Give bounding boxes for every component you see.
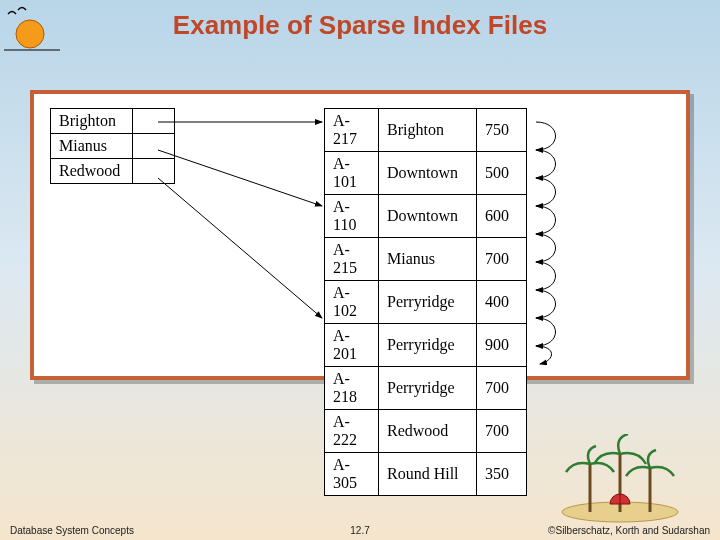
footer-right: ©Silberschatz, Korth and Sudarshan: [548, 525, 710, 536]
svg-point-5: [562, 502, 678, 522]
svg-line-3: [158, 150, 322, 206]
island-decoration: [550, 434, 690, 524]
slide-footer: Database System Concepts 12.7 ©Silbersch…: [0, 525, 720, 536]
record-amount: 700: [477, 410, 527, 453]
record-id: A-222: [325, 410, 379, 453]
diagram-frame: BrightonMianusRedwood A-217Brighton750A-…: [30, 90, 690, 380]
record-city: Round Hill: [379, 453, 477, 496]
data-row: A-222Redwood700: [325, 410, 527, 453]
data-row: A-305Round Hill350: [325, 453, 527, 496]
record-amount: 350: [477, 453, 527, 496]
record-id: A-305: [325, 453, 379, 496]
footer-mid: 12.7: [350, 525, 369, 536]
arrow-layer: [34, 94, 686, 376]
record-city: Redwood: [379, 410, 477, 453]
footer-left: Database System Concepts: [10, 525, 134, 536]
slide-title: Example of Sparse Index Files: [0, 0, 720, 41]
svg-line-4: [158, 178, 322, 318]
